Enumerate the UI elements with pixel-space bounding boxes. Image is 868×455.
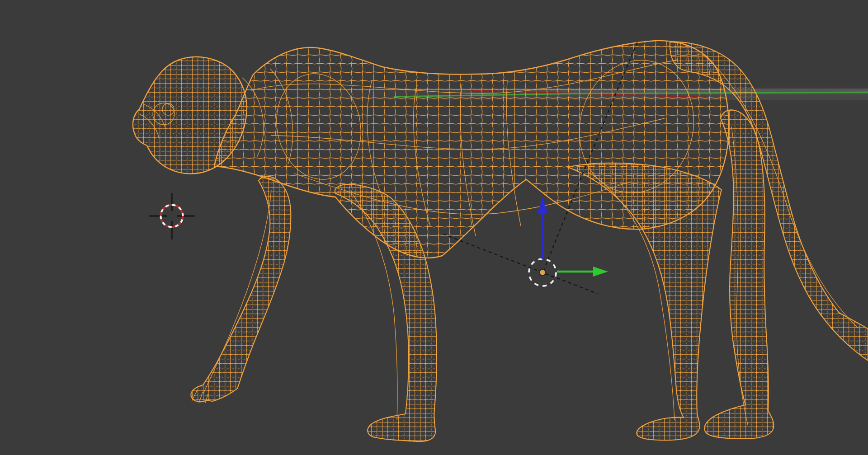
gizmo-origin-dot[interactable] — [539, 269, 546, 276]
viewport-3d[interactable] — [0, 0, 868, 455]
